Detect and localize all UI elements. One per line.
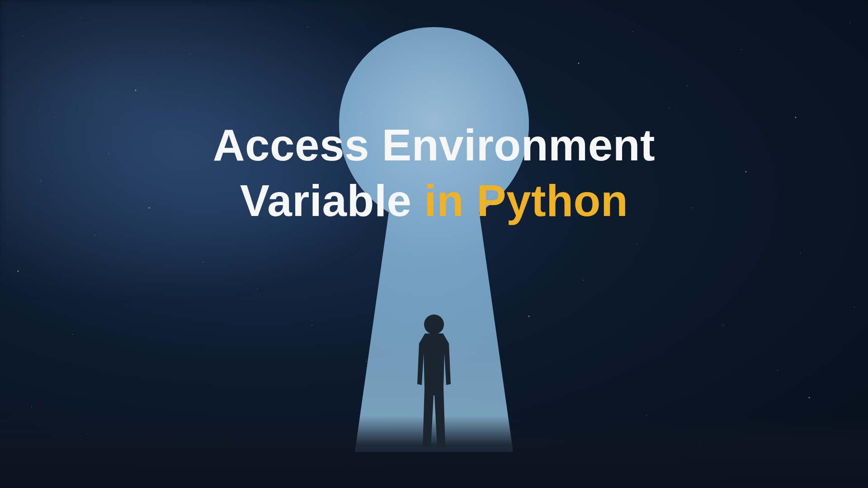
title-line2-part1: Variable: [240, 176, 425, 225]
svg-point-0: [424, 314, 444, 334]
title-line2-accent: in Python: [424, 176, 628, 225]
hero-title: Access Environment Variable in Python: [0, 117, 868, 228]
title-line1: Access Environment: [213, 120, 655, 170]
person-silhouette: [409, 312, 459, 447]
